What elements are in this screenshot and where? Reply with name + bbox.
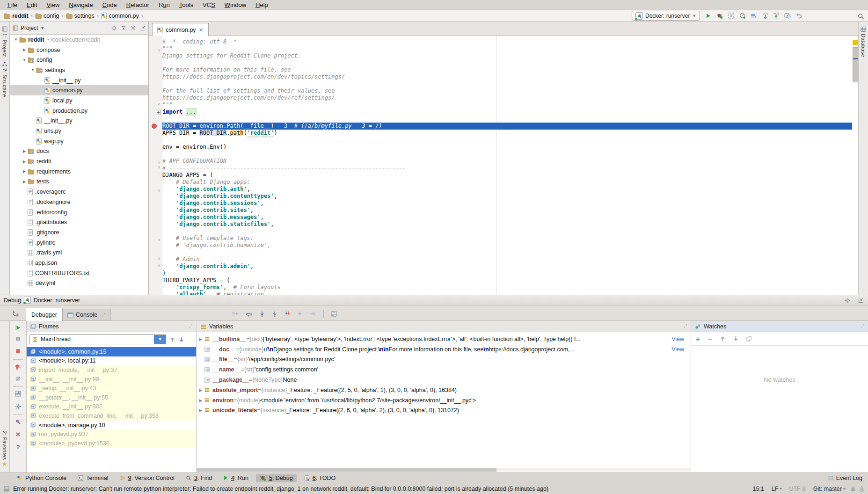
status-15-1[interactable]: 15:1 — [752, 486, 764, 492]
vcs-update-icon[interactable]: VCS — [762, 12, 768, 19]
tree-item-settings[interactable]: ▼settings — [10, 65, 148, 75]
breadcrumb-common.py[interactable]: common.py — [101, 13, 139, 19]
status-lf[interactable]: LF▾ — [772, 486, 782, 492]
variable-row[interactable]: 18__package__ = {NoneType}None — [197, 375, 691, 385]
toolwindow-button-python-console[interactable]: Python Console — [13, 474, 70, 482]
tree-item-production-py[interactable]: production.py — [10, 106, 148, 116]
toolwindow-toggle-icon[interactable] — [4, 486, 9, 492]
show-execution-point-icon[interactable] — [232, 311, 238, 317]
variable-row[interactable]: 18__name__ = {str}'config.settings.commo… — [197, 364, 691, 375]
float-panel-icon[interactable]: →' — [859, 324, 864, 329]
variable-row[interactable]: 18__file__ = {str}'/app/config/settings/… — [197, 355, 691, 365]
step-into-my-code-icon[interactable] — [284, 311, 290, 317]
move-up-icon[interactable] — [720, 336, 725, 341]
warning-stripe-mark[interactable] — [853, 56, 857, 57]
tree-expanded-icon[interactable]: ▼ — [21, 58, 28, 62]
close-icon[interactable] — [15, 432, 21, 437]
status-message[interactable]: Error running Docker: runserver: Can't r… — [13, 486, 749, 492]
hector-icon[interactable] — [859, 486, 864, 492]
gear-small-icon[interactable] — [130, 25, 136, 31]
toolwindow-button-terminal[interactable]: Terminal — [74, 474, 112, 482]
tree-collapsed-icon[interactable]: ▶ — [21, 48, 28, 52]
hide-panel-icon[interactable] — [140, 25, 146, 31]
frame-row[interactable]: __init__, __init__.py:99 — [27, 375, 196, 384]
frame-row[interactable]: run, pydevd.py:937 — [27, 429, 196, 439]
move-down-icon[interactable] — [733, 336, 738, 341]
toolwindow-toggle-icon[interactable] — [4, 486, 9, 492]
menu-code[interactable]: Code — [98, 1, 122, 8]
menu-vcs[interactable]: VCS — [198, 1, 220, 8]
tree-item-config[interactable]: ▼config — [10, 55, 148, 65]
close-tab-icon[interactable]: ✕ — [199, 27, 204, 33]
menu-help[interactable]: Help — [251, 1, 273, 8]
frame-row[interactable]: __getattr__, __init__.py:55 — [27, 393, 196, 402]
remove-icon[interactable]: − — [708, 335, 712, 342]
variable-row[interactable]: 18__doc__ = {unicode}u'\nDjango settings… — [197, 344, 691, 355]
tree-collapsed-icon[interactable]: ▶ — [21, 149, 28, 153]
breakpoint-icon[interactable] — [152, 124, 157, 129]
tree-item-common-py[interactable]: common.py — [10, 85, 148, 95]
tree-collapsed-icon[interactable]: ▶ — [21, 180, 28, 184]
menu-navigate[interactable]: Navigate — [64, 1, 97, 8]
step-out-icon[interactable] — [297, 311, 303, 317]
stop-icon[interactable] — [15, 349, 21, 354]
fold-marker-icon[interactable]: ∨ — [157, 160, 161, 165]
frame-row[interactable]: <module>, pydevd.py:1530 — [27, 439, 196, 448]
tree-item-tests[interactable]: ▶tests — [10, 177, 148, 187]
tree-item-contributors-txt[interactable]: CONTRIBUTORS.txt — [10, 268, 148, 278]
tab-console[interactable]: Console →' — [62, 309, 111, 321]
chevron-down-icon[interactable]: ▼ — [154, 335, 166, 344]
editor-gutter[interactable]: ∨∧+∨∧∨∨∧∧ — [149, 36, 162, 295]
pin-icon[interactable] — [15, 419, 21, 425]
fold-marker-icon[interactable]: ∨ — [157, 48, 161, 52]
tree-item--pylintrc[interactable]: .pylintrc — [10, 238, 148, 248]
stripe-button-database[interactable]: Database — [859, 26, 868, 57]
variable-row[interactable]: ▶unicode_literals = {instance} _Feature:… — [197, 406, 691, 416]
tree-item-requirements[interactable]: ▶requirements — [10, 167, 148, 177]
hide-panel-icon[interactable] — [858, 297, 863, 304]
tree-item-urls-py[interactable]: urls.py — [10, 126, 148, 136]
tree-item--travis-yml[interactable]: .travis.yml — [10, 247, 148, 258]
tree-collapsed-icon[interactable]: ▶ — [21, 169, 28, 174]
resume-icon[interactable] — [15, 325, 21, 331]
frame-up-icon[interactable] — [170, 336, 175, 342]
toolwindow-button-4-run[interactable]: 4: Run — [219, 474, 252, 482]
frame-down-icon[interactable] — [179, 337, 184, 342]
editor[interactable]: ∨∧+∨∧∨∨∧∧ # -*- coding: utf-8 -*-"""Djan… — [149, 36, 859, 295]
fold-marker-icon[interactable]: ∧ — [157, 102, 161, 106]
tree-collapsed-icon[interactable]: ▶ — [21, 160, 28, 164]
fold-marker-icon[interactable]: ∨ — [157, 238, 161, 242]
hector-inspector-icon[interactable] — [859, 486, 864, 492]
frame-row[interactable]: <module>, manage.py:10 — [27, 421, 196, 430]
caret-stripe-mark[interactable] — [853, 58, 858, 59]
tree-item-app-json[interactable]: {}app.json — [10, 258, 148, 268]
vcs-commit-icon[interactable]: VCS — [773, 12, 779, 19]
restore-layout-icon[interactable] — [15, 391, 21, 397]
rerun-icon[interactable] — [12, 310, 19, 317]
step-into-icon[interactable] — [259, 311, 265, 317]
help-icon[interactable]: ? — [16, 444, 20, 450]
view-link[interactable]: View — [671, 346, 684, 353]
play-icon[interactable] — [706, 13, 711, 19]
event-log-button[interactable]: Event Log — [827, 475, 862, 481]
toolwindow-button-6-todo[interactable]: 6: TODO — [300, 474, 340, 482]
breadcrumb-settings[interactable]: settings — [66, 13, 95, 19]
chevron-down-icon[interactable]: ▼ — [40, 26, 44, 30]
toolwindow-button-9-version-control[interactable]: 9: Version Control — [116, 474, 178, 482]
fold-marker-icon[interactable]: ∧ — [157, 256, 161, 261]
profiler-icon[interactable] — [739, 13, 745, 19]
tree-item-reddit[interactable]: ▼reddit~/cookiecutter/reddit — [10, 35, 148, 45]
status-utf-8[interactable]: UTF-8 — [789, 486, 805, 492]
tree-item-compose[interactable]: ▶compose — [10, 45, 148, 55]
menu-file[interactable]: File — [3, 1, 22, 8]
status-git-master[interactable]: Git: master▾ — [813, 486, 845, 492]
frame-row[interactable]: <module>, common.py:15 — [27, 347, 196, 356]
collapse-all-icon[interactable] — [121, 25, 126, 31]
tree-item--gitignore[interactable]: .gitignore — [10, 227, 148, 238]
run-to-cursor-icon[interactable] — [310, 311, 316, 317]
frame-row[interactable]: _setup, __init__.py:43 — [27, 384, 196, 393]
frame-down-icon[interactable] — [179, 336, 184, 342]
evaluate-expression-icon[interactable] — [331, 311, 337, 317]
add-icon[interactable]: + — [696, 335, 700, 342]
rerun-icon[interactable] — [12, 310, 19, 317]
